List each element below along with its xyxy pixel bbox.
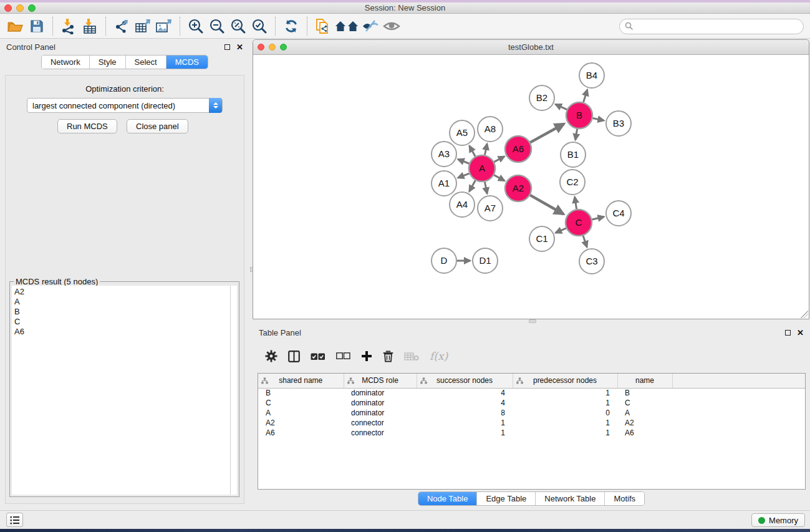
cell-successor-nodes[interactable]: 8 [417,408,513,418]
graph-node-A7[interactable]: A7 [478,196,503,221]
refresh-view-button[interactable] [281,16,302,36]
cell-mcds-role[interactable]: dominator [344,388,417,398]
deselect-all-columns-button[interactable] [336,352,350,360]
float-panel-icon[interactable] [224,44,230,50]
export-image-button[interactable] [153,16,175,36]
graph-node-B2[interactable]: B2 [529,85,554,110]
table-row[interactable]: Cdominator41C [258,398,805,408]
new-network-from-selection-button[interactable] [312,16,334,36]
search-input[interactable] [619,19,804,34]
table-row[interactable]: Adominator80A [258,408,805,418]
mcds-result-item[interactable]: A2 [14,287,230,297]
graph-node-C[interactable]: C [566,210,592,236]
tab-style[interactable]: Style [90,56,126,69]
mcds-result-item[interactable]: C [14,317,230,327]
tab-network-table[interactable]: Network Table [536,492,605,505]
graph-edge-A-A5[interactable] [470,146,475,157]
zoom-fit-button[interactable] [228,16,249,36]
graph-edge-A-A6[interactable] [494,157,504,162]
cell-name[interactable]: A [617,408,672,418]
graph-node-A2[interactable]: A2 [505,175,531,201]
graph-edge-A6-B[interactable] [530,124,564,143]
export-network-button[interactable] [111,16,132,36]
zoom-out-button[interactable] [206,16,228,36]
column-header-mcds-role[interactable]: MCDS role [344,374,417,388]
cell-successor-nodes[interactable]: 4 [417,398,513,408]
cell-mcds-role[interactable]: connector [344,418,417,428]
open-file-button[interactable] [5,16,26,36]
network-graph[interactable]: B4B2BB3A8A5A6A3B1AC2A1A2A4A7C4CC1C3DD1 [253,55,809,319]
graph-edge-A-A8[interactable] [485,144,487,155]
cell-shared-name[interactable]: A6 [258,428,344,438]
cell-predecessor-nodes[interactable]: 1 [513,388,617,398]
cell-name[interactable]: C [617,398,672,408]
graph-node-D1[interactable]: D1 [473,248,498,273]
cell-name[interactable]: A6 [617,428,672,438]
show-panels-button[interactable] [381,16,402,36]
cell-successor-nodes[interactable]: 1 [417,428,513,438]
graph-node-B4[interactable]: B4 [579,63,604,88]
function-builder-button[interactable]: f(x) [430,350,448,362]
hide-panels-button[interactable] [360,16,381,36]
graph-node-B1[interactable]: B1 [561,142,586,167]
zoom-selected-button[interactable] [249,16,270,36]
split-panel-button[interactable] [288,351,300,362]
graph-edge-B-B3[interactable] [593,118,604,120]
export-table-button[interactable] [132,16,153,36]
graph-edge-A-A2[interactable] [494,175,504,181]
cell-mcds-role[interactable]: dominator [344,398,417,408]
graph-node-A[interactable]: A [469,155,495,181]
graph-node-B[interactable]: B [566,102,592,128]
graph-node-B3[interactable]: B3 [606,111,631,136]
close-panel-icon[interactable]: ✕ [236,43,243,51]
memory-button[interactable]: Memory [751,513,805,527]
graph-edge-B-B1[interactable] [576,129,577,140]
task-history-button[interactable] [6,513,23,527]
tab-select[interactable]: Select [126,56,166,69]
mcds-result-item[interactable]: B [14,307,230,317]
select-all-columns-button[interactable] [311,352,325,360]
delete-table-button[interactable] [404,352,419,361]
graph-node-A8[interactable]: A8 [478,117,503,142]
cell-successor-nodes[interactable]: 4 [417,388,513,398]
graph-edge-A-A7[interactable] [485,182,487,194]
graph-node-A5[interactable]: A5 [450,120,475,145]
graph-node-C2[interactable]: C2 [560,170,585,195]
graph-edge-C-C1[interactable] [556,228,566,233]
cell-mcds-role[interactable]: dominator [344,408,417,418]
import-network-button[interactable] [58,16,79,36]
run-mcds-button[interactable]: Run MCDS [57,119,117,133]
float-panel-icon[interactable] [785,330,791,336]
graph-edge-B-B2[interactable] [556,104,567,110]
cell-name[interactable]: B [617,388,672,398]
graph-node-A1[interactable]: A1 [432,171,456,196]
column-header-name[interactable]: name [617,374,672,388]
mcds-result-list[interactable]: A2ABCA6 [12,286,230,495]
add-column-button[interactable] [361,351,372,362]
import-table-button[interactable] [79,16,100,36]
graph-node-C3[interactable]: C3 [579,249,604,274]
table-row[interactable]: A2connector11A2 [258,418,805,428]
delete-column-button[interactable] [383,350,393,362]
graph-node-C4[interactable]: C4 [606,201,631,226]
cell-name[interactable]: A2 [617,418,672,428]
cell-predecessor-nodes[interactable]: 0 [513,408,617,418]
table-row[interactable]: Bdominator41B [258,388,805,398]
zoom-in-button[interactable] [185,16,206,36]
tab-edge-table[interactable]: Edge Table [477,492,536,505]
tab-motifs[interactable]: Motifs [605,492,644,505]
tab-node-table[interactable]: Node Table [418,492,478,505]
cell-shared-name[interactable]: A [258,408,344,418]
window-resize-grip[interactable] [801,311,808,318]
cell-predecessor-nodes[interactable]: 1 [513,418,617,428]
graph-edge-C-C2[interactable] [575,197,577,210]
close-panel-icon[interactable]: ✕ [797,329,804,337]
graph-node-A6[interactable]: A6 [505,136,531,162]
graph-edge-C-C4[interactable] [592,216,604,220]
column-header-successor-nodes[interactable]: successor nodes [417,374,513,388]
table-row[interactable]: A6connector11A6 [258,428,805,438]
tab-mcds[interactable]: MCDS [166,56,208,69]
save-session-button[interactable] [26,16,47,36]
graph-edge-A-A3[interactable] [458,159,469,163]
graph-edge-B-B4[interactable] [584,90,587,102]
